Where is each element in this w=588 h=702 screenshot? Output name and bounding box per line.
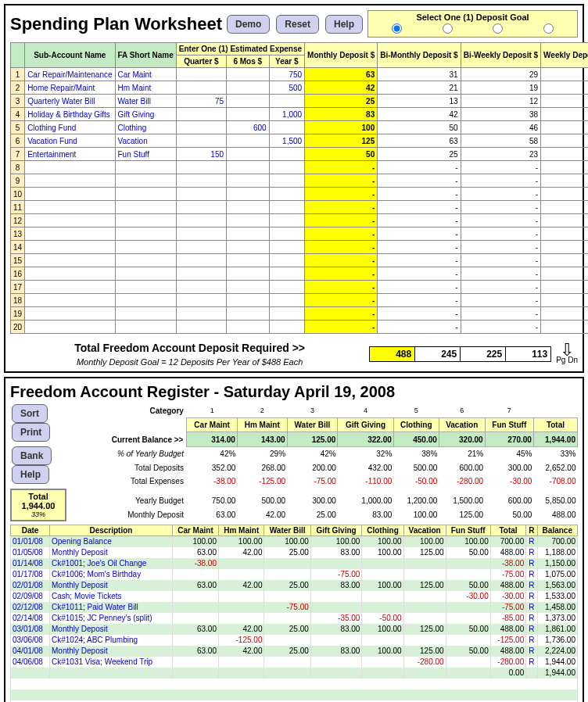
- amount-cell[interactable]: [264, 657, 310, 668]
- year-cell[interactable]: [269, 307, 305, 321]
- quarter-cell[interactable]: [176, 188, 226, 201]
- sixmos-cell[interactable]: [227, 227, 270, 241]
- amount-cell[interactable]: 50.00: [446, 580, 490, 591]
- amount-cell[interactable]: [172, 657, 218, 668]
- amount-cell[interactable]: 42.00: [219, 646, 264, 657]
- quarter-cell[interactable]: [176, 281, 226, 294]
- reconcile-cell[interactable]: R: [526, 657, 537, 668]
- fashort-cell[interactable]: Hm Maint: [115, 81, 176, 95]
- quarter-cell[interactable]: [176, 121, 226, 134]
- goal-bimonthly-radio[interactable]: [443, 23, 453, 34]
- amount-cell[interactable]: 42.00: [219, 547, 264, 558]
- print-button[interactable]: Print: [12, 423, 50, 442]
- subaccount-cell[interactable]: [25, 307, 115, 321]
- desc-cell[interactable]: Cash; Movie Tickets: [50, 591, 173, 602]
- reconcile-cell[interactable]: R: [526, 613, 537, 624]
- reconcile-cell[interactable]: R: [526, 536, 537, 547]
- year-cell[interactable]: 750: [269, 68, 305, 81]
- amount-cell[interactable]: 63.00: [172, 547, 218, 558]
- amount-cell[interactable]: [310, 668, 362, 679]
- subaccount-cell[interactable]: [25, 227, 115, 241]
- amount-cell[interactable]: 125.00: [403, 646, 446, 657]
- reconcile-cell[interactable]: R: [526, 602, 537, 613]
- desc-cell[interactable]: Opening Balance: [50, 536, 173, 547]
- reconcile-cell[interactable]: R: [526, 591, 537, 602]
- amount-cell[interactable]: [219, 569, 264, 580]
- date-cell[interactable]: 01/17/08: [11, 569, 50, 580]
- amount-cell[interactable]: 100.00: [310, 536, 362, 547]
- reconcile-cell[interactable]: R: [526, 635, 537, 646]
- fashort-cell[interactable]: [115, 214, 176, 227]
- quarter-cell[interactable]: [176, 174, 226, 188]
- amount-cell[interactable]: [264, 569, 310, 580]
- subaccount-cell[interactable]: [25, 321, 115, 334]
- fashort-cell[interactable]: [115, 241, 176, 254]
- year-cell[interactable]: [269, 121, 305, 134]
- amount-cell[interactable]: [446, 569, 490, 580]
- quarter-cell[interactable]: [176, 68, 226, 81]
- desc-cell[interactable]: Monthly Deposit: [50, 646, 173, 657]
- fashort-cell[interactable]: [115, 201, 176, 214]
- subaccount-cell[interactable]: Entertainment: [25, 148, 115, 161]
- desc-cell[interactable]: Ck#1024; ABC Plumbing: [50, 635, 173, 646]
- sixmos-cell[interactable]: [227, 267, 270, 281]
- amount-cell[interactable]: 83.00: [310, 547, 362, 558]
- subaccount-cell[interactable]: [25, 241, 115, 254]
- fashort-cell[interactable]: Car Maint: [115, 68, 176, 81]
- year-cell[interactable]: [269, 267, 305, 281]
- amount-cell[interactable]: [403, 668, 446, 679]
- amount-cell[interactable]: 100.00: [264, 536, 310, 547]
- reset-button[interactable]: Reset: [276, 15, 319, 34]
- quarter-cell[interactable]: [176, 307, 226, 321]
- subaccount-cell[interactable]: Holiday & Birthday Gifts: [25, 108, 115, 121]
- desc-cell[interactable]: Ck#1011; Paid Water Bill: [50, 602, 173, 613]
- year-cell[interactable]: [269, 161, 305, 174]
- date-cell[interactable]: 03/06/08: [11, 635, 50, 646]
- amount-cell[interactable]: -50.00: [362, 613, 403, 624]
- amount-cell[interactable]: [264, 591, 310, 602]
- year-cell[interactable]: [269, 214, 305, 227]
- fashort-cell[interactable]: [115, 174, 176, 188]
- amount-cell[interactable]: [446, 602, 490, 613]
- amount-cell[interactable]: [362, 602, 403, 613]
- amount-cell[interactable]: 100.00: [362, 547, 403, 558]
- sixmos-cell[interactable]: [227, 321, 270, 334]
- sixmos-cell[interactable]: 600: [227, 121, 270, 134]
- date-cell[interactable]: 01/01/08: [11, 536, 50, 547]
- amount-cell[interactable]: -35.00: [310, 613, 362, 624]
- goal-weekly-radio[interactable]: [543, 23, 554, 34]
- amount-cell[interactable]: [310, 558, 362, 569]
- quarter-cell[interactable]: [176, 134, 226, 148]
- fashort-cell[interactable]: [115, 321, 176, 334]
- date-cell[interactable]: 04/06/08: [11, 657, 50, 668]
- subaccount-cell[interactable]: [25, 267, 115, 281]
- amount-cell[interactable]: -280.00: [403, 657, 446, 668]
- subaccount-cell[interactable]: Home Repair/Maint: [25, 81, 115, 95]
- desc-cell[interactable]: Monthly Deposit: [50, 547, 173, 558]
- fashort-cell[interactable]: [115, 254, 176, 267]
- amount-cell[interactable]: [219, 613, 264, 624]
- demo-button[interactable]: Demo: [227, 15, 270, 34]
- amount-cell[interactable]: [403, 569, 446, 580]
- fashort-cell[interactable]: [115, 227, 176, 241]
- amount-cell[interactable]: [264, 668, 310, 679]
- fashort-cell[interactable]: Water Bill: [115, 95, 176, 108]
- amount-cell[interactable]: [219, 668, 264, 679]
- amount-cell[interactable]: 63.00: [172, 580, 218, 591]
- subaccount-cell[interactable]: Car Repair/Maintenance: [25, 68, 115, 81]
- amount-cell[interactable]: [219, 602, 264, 613]
- amount-cell[interactable]: 100.00: [403, 536, 446, 547]
- year-cell[interactable]: 1,000: [269, 108, 305, 121]
- subaccount-cell[interactable]: [25, 201, 115, 214]
- quarter-cell[interactable]: [176, 214, 226, 227]
- amount-cell[interactable]: 100.00: [172, 536, 218, 547]
- subaccount-cell[interactable]: [25, 254, 115, 267]
- goal-monthly-radio[interactable]: [392, 23, 402, 34]
- fashort-cell[interactable]: [115, 267, 176, 281]
- quarter-cell[interactable]: [176, 241, 226, 254]
- subaccount-cell[interactable]: Vacation Fund: [25, 134, 115, 148]
- amount-cell[interactable]: 42.00: [219, 580, 264, 591]
- year-cell[interactable]: [269, 281, 305, 294]
- fashort-cell[interactable]: [115, 294, 176, 307]
- amount-cell[interactable]: -38.00: [172, 558, 218, 569]
